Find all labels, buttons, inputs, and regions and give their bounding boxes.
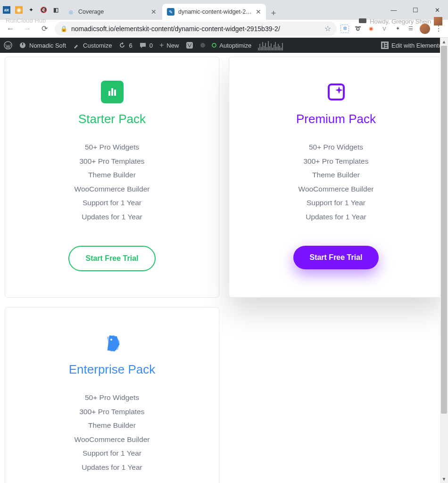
start-free-trial-button[interactable]: Start Free Trial <box>293 246 378 269</box>
svg-rect-7 <box>385 45 387 46</box>
wp-howdy[interactable]: Howdy, Gregory Shein <box>358 17 442 25</box>
scrollbar-thumb[interactable] <box>441 46 447 414</box>
feature-item: 300+ Pro Templates <box>243 158 429 165</box>
tab-favicon-dynamic: ✎ <box>167 8 174 16</box>
yoast-icon <box>185 41 194 50</box>
pinned-tab-icon-1[interactable]: ax <box>3 6 10 14</box>
starter-icon <box>101 81 124 103</box>
wp-site-label: Nomadic Soft <box>29 42 66 49</box>
pricing-card-enterprise: Enterprise Pack 50+ Pro Widgets 300+ Pro… <box>5 307 219 483</box>
feature-item: Updates for 1 Year <box>243 213 429 221</box>
wp-autoptimize-label: Autoptimize <box>219 42 251 49</box>
tab-close-icon[interactable]: ✕ <box>151 8 157 16</box>
tab-close-icon[interactable]: ✕ <box>256 8 261 16</box>
extension-icon-1[interactable]: ✲ <box>340 25 349 33</box>
extension-icon-2[interactable]: ➰ <box>354 25 362 33</box>
wp-status-dot[interactable] <box>200 43 205 48</box>
feature-item: 300+ Pro Templates <box>19 158 205 165</box>
scroll-up-arrow[interactable]: ▲ <box>440 38 448 46</box>
feature-item: 50+ Pro Widgets <box>19 143 205 151</box>
svg-rect-9 <box>359 18 366 23</box>
svg-rect-2 <box>22 43 23 45</box>
wp-updates[interactable]: 6 <box>118 42 132 49</box>
wp-analytics-sparkline[interactable] <box>258 40 305 50</box>
runcloud-label: RunCloud Hub <box>6 17 46 24</box>
tab-label: dynamic-content-widget-2915b3 <box>178 8 252 15</box>
svg-rect-10 <box>108 91 110 96</box>
enterprise-icon <box>101 331 124 354</box>
feature-item: Updates for 1 Year <box>19 464 205 471</box>
pricing-card-premium: Premium Pack 50+ Pro Widgets 300+ Pro Te… <box>229 57 443 298</box>
autoptimize-status-icon <box>212 43 216 48</box>
wp-comments[interactable]: 0 <box>139 42 153 49</box>
wp-logo[interactable] <box>4 41 12 50</box>
feature-item: Support for 1 Year <box>243 199 429 207</box>
vertical-scrollbar[interactable]: ▲ ▼ <box>440 38 448 483</box>
tab-coverage[interactable]: ◎ Coverage ✕ <box>62 4 161 20</box>
wp-site-name[interactable]: Nomadic Soft <box>19 42 66 49</box>
wp-customize-label: Customize <box>83 42 112 49</box>
start-free-trial-button[interactable]: Start Free Trial <box>68 246 155 271</box>
refresh-icon <box>118 42 126 49</box>
feature-item: Theme Builder <box>19 422 205 429</box>
extension-icon-4[interactable]: V <box>380 25 389 33</box>
feature-item: WooCommerce Builder <box>19 436 205 443</box>
svg-rect-8 <box>385 47 387 48</box>
card-title: Enterprise Pack <box>19 362 205 377</box>
url-input[interactable]: 🔒 nomadicsoft.io/elementskit-content/dyn… <box>55 22 337 36</box>
lock-icon: 🔒 <box>60 25 67 32</box>
plus-icon: + <box>159 41 164 50</box>
feature-item: Theme Builder <box>243 171 429 179</box>
svg-rect-12 <box>114 90 116 96</box>
tab-favicon-coverage: ◎ <box>67 8 75 16</box>
wp-comments-count: 0 <box>149 42 153 49</box>
premium-icon <box>325 81 348 103</box>
wp-admin-bar: Nomadic Soft Customize 6 0 + New Autopti… <box>0 38 448 53</box>
wp-autoptimize[interactable]: Autoptimize <box>212 42 251 49</box>
extension-icon-3[interactable]: ◉ <box>367 25 375 33</box>
feature-item: Updates for 1 Year <box>19 213 205 221</box>
pinned-tab-icon-5[interactable]: ◧ <box>52 6 59 14</box>
wp-edit-elementor-label: Edit with Elementor <box>391 42 444 49</box>
svg-point-14 <box>110 339 112 341</box>
chat-icon <box>358 17 367 25</box>
url-text: nomadicsoft.io/elementskit-content/dynam… <box>71 25 280 33</box>
dashboard-icon <box>19 42 26 49</box>
feature-item: Support for 1 Year <box>19 450 205 457</box>
wp-new[interactable]: + New <box>159 41 179 50</box>
wp-updates-count: 6 <box>129 42 132 49</box>
wp-customize[interactable]: Customize <box>73 42 112 49</box>
pinned-tab-icon-3[interactable]: ✦ <box>27 6 35 14</box>
sparkle-frame-icon <box>326 82 347 102</box>
extensions-puzzle-icon[interactable]: ✦ <box>393 25 402 33</box>
svg-rect-5 <box>382 43 384 48</box>
wp-new-label: New <box>166 42 179 49</box>
svg-rect-13 <box>329 84 344 100</box>
bookmark-star-icon[interactable]: ☆ <box>324 24 331 33</box>
feature-item: 50+ Pro Widgets <box>19 394 205 401</box>
pinned-tab-icon-2[interactable]: ◉ <box>15 6 23 14</box>
bar-chart-icon <box>107 87 117 97</box>
wp-yoast[interactable] <box>185 41 194 50</box>
tab-label: Coverage <box>78 8 147 15</box>
wordpress-icon <box>4 41 12 50</box>
feature-item: WooCommerce Builder <box>19 185 205 193</box>
brush-icon <box>73 42 80 49</box>
page-content: Starter Pack 50+ Pro Widgets 300+ Pro Te… <box>0 53 448 483</box>
new-tab-button[interactable]: + <box>267 7 280 20</box>
tab-dynamic-content[interactable]: ✎ dynamic-content-widget-2915b3 ✕ <box>162 4 266 20</box>
wp-edit-elementor[interactable]: Edit with Elementor <box>381 42 444 49</box>
elementor-icon <box>381 42 389 49</box>
card-title: Starter Pack <box>19 112 205 126</box>
pricing-card-starter: Starter Pack 50+ Pro Widgets 300+ Pro Te… <box>5 57 219 298</box>
comment-icon <box>139 42 147 49</box>
reading-list-icon[interactable]: ☰ <box>407 25 415 33</box>
wp-user-avatar <box>434 17 442 25</box>
svg-rect-11 <box>111 88 113 96</box>
svg-rect-6 <box>385 43 387 44</box>
feature-item: Support for 1 Year <box>19 199 205 207</box>
wp-howdy-label: Howdy, Gregory Shein <box>370 18 431 25</box>
feature-item: Theme Builder <box>19 171 205 179</box>
scroll-down-arrow[interactable]: ▼ <box>440 475 448 483</box>
pinned-tab-icon-4[interactable]: 🔇 <box>40 6 47 14</box>
